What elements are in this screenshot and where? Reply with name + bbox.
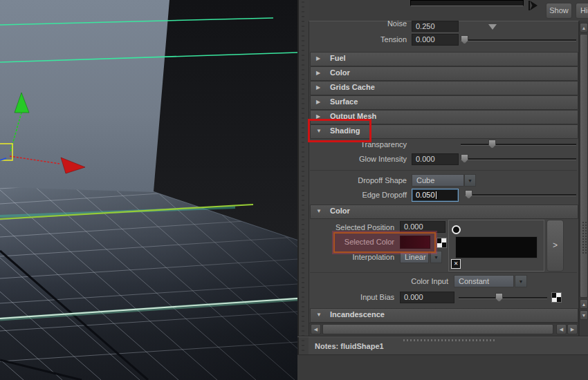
interpolation-label: Interpolation <box>311 251 394 263</box>
group-separator <box>310 170 577 171</box>
section-title: Surface <box>330 97 358 106</box>
section-title: Fuel <box>330 54 346 62</box>
color-input-dropdown[interactable]: Constant <box>454 275 514 287</box>
scroll-up-button[interactable]: ▲ <box>580 23 588 32</box>
chevron-down-icon: ▼ <box>316 312 322 319</box>
section-title: Output Mesh <box>330 112 376 120</box>
chevron-right-icon: ▶ <box>316 99 320 106</box>
tension-field[interactable]: 0.000 <box>412 34 459 46</box>
glow-intensity-label: Glow Intensity <box>324 153 407 164</box>
section-header-color[interactable]: ▶ Color <box>310 66 578 81</box>
notes-splitter-handle[interactable] <box>403 339 496 341</box>
scroll-down-button[interactable]: ▼ <box>580 310 588 320</box>
noise-field[interactable]: 0.250 <box>412 21 459 32</box>
edge-dropoff-label: Edge Dropoff <box>324 189 407 200</box>
tension-label: Tension <box>324 34 407 45</box>
dropoff-shape-dropdown[interactable]: Cube <box>412 174 464 187</box>
notes-divider <box>297 336 588 337</box>
color-input-dropdown-arrow-icon[interactable]: ▼ <box>515 275 527 287</box>
glow-intensity-field[interactable]: 0.000 <box>412 153 459 165</box>
selected-color-texture-checker-icon[interactable] <box>437 238 447 248</box>
selected-position-field[interactable]: 0.000 <box>400 221 445 233</box>
noise-label: Noise <box>324 21 407 29</box>
scrollbar-grip <box>582 221 587 254</box>
selected-color-swatch[interactable] <box>400 236 430 249</box>
viewport-canvas <box>0 0 297 380</box>
input-bias-texture-checker-icon[interactable] <box>551 292 562 303</box>
section-header-surface[interactable]: ▶ Surface <box>310 95 578 110</box>
section-header-color-expanded[interactable]: ▼ Color <box>310 205 578 219</box>
transparency-label: Transparency <box>324 139 407 150</box>
section-title: Color <box>330 68 350 77</box>
tension-slider-track[interactable] <box>461 39 576 41</box>
interpolation-dropdown[interactable]: Linear <box>400 251 429 263</box>
section-header-fuel[interactable]: ▶ Fuel <box>310 52 578 66</box>
ramp-marker-selected-icon[interactable] <box>452 225 461 234</box>
copy-tab-icon[interactable] <box>527 0 539 11</box>
chevron-right-icon: ▶ <box>316 55 320 62</box>
chevron-down-icon: ▼ <box>316 208 322 215</box>
vertical-scrollbar-thumb[interactable] <box>580 34 588 298</box>
viewport-3d-scene[interactable] <box>0 0 297 380</box>
dropoff-shape-dropdown-arrow-icon[interactable]: ▼ <box>464 174 476 187</box>
panel-splitter[interactable] <box>297 0 309 380</box>
color-input-label: Color Input <box>372 276 448 287</box>
notes-label: Notes: fluidShape1 <box>315 342 384 350</box>
group-separator <box>310 272 577 273</box>
input-bias-field[interactable]: 0.000 <box>400 292 454 303</box>
scroll-left-button-2[interactable]: ◀ <box>556 324 567 334</box>
section-header-shading[interactable]: ▼ Shading <box>310 124 578 139</box>
chevron-right-icon: ▶ <box>316 84 320 91</box>
text-cursor <box>436 191 437 199</box>
edge-dropoff-slider-track[interactable] <box>465 194 576 196</box>
section-header-incandescence[interactable]: ▼ Incandescence <box>310 308 578 323</box>
glow-intensity-slider-track[interactable] <box>461 158 576 160</box>
input-bias-slider-track[interactable] <box>459 297 547 298</box>
splitter-grip <box>302 0 304 380</box>
horizontal-scrollbar-thumb[interactable] <box>322 324 553 334</box>
section-title: Color <box>330 207 350 215</box>
noise-ramp-collapse-icon[interactable] <box>488 24 497 30</box>
dropoff-shape-label: Dropoff Shape <box>324 175 407 186</box>
chevron-right-icon: ▶ <box>316 70 320 77</box>
scroll-right-button[interactable]: ▶ <box>567 324 578 334</box>
section-header-grids-cache[interactable]: ▶ Grids Cache <box>310 81 578 95</box>
ramp-delete-marker-icon[interactable]: ✕ <box>451 259 461 269</box>
section-title: Grids Cache <box>330 83 375 91</box>
hide-button[interactable]: Hide <box>576 3 588 19</box>
scroll-up-button-2[interactable]: ▲ <box>580 299 588 309</box>
header-text-field[interactable] <box>410 0 524 6</box>
section-title: Shading <box>330 126 360 135</box>
color-ramp-widget[interactable]: ✕ <box>448 220 544 272</box>
input-bias-label: Input Bias <box>311 292 394 303</box>
chevron-right-icon: ▶ <box>316 113 320 120</box>
selected-position-label: Selected Position <box>311 222 394 233</box>
chevron-down-icon: ▼ <box>316 128 322 135</box>
scroll-left-button[interactable]: ◀ <box>311 324 321 334</box>
edge-dropoff-field[interactable]: 0.050 <box>412 189 459 202</box>
section-header-output-mesh[interactable]: ▶ Output Mesh <box>310 110 578 124</box>
interpolation-dropdown-arrow-icon[interactable]: ▼ <box>430 251 442 263</box>
ramp-expand-button[interactable]: > <box>546 220 564 272</box>
ramp-gradient-preview[interactable] <box>455 236 538 258</box>
transparency-slider-track[interactable] <box>461 144 576 145</box>
show-button[interactable]: Show <box>546 3 572 19</box>
notes-text-area[interactable] <box>297 354 588 380</box>
section-title: Incandescence <box>330 310 385 319</box>
selected-color-label: Selected Color <box>311 236 394 247</box>
